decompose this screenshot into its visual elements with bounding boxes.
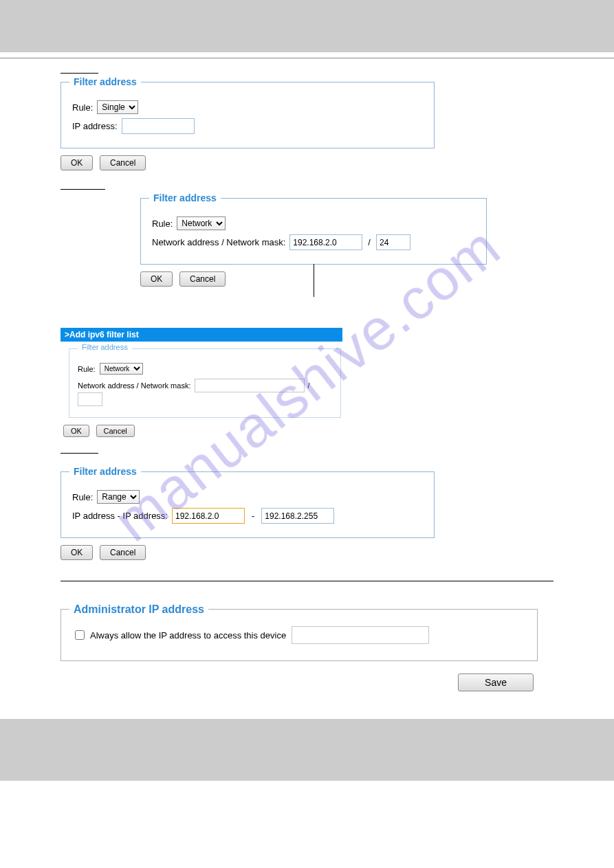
save-button[interactable]: Save: [458, 674, 534, 691]
network-mask-input[interactable]: [376, 234, 410, 250]
cancel-button[interactable]: Cancel: [96, 425, 135, 437]
always-allow-label: Always allow the IP address to access th…: [90, 630, 286, 641]
filter-address-panel-range: Filter address Rule: Range IP address - …: [61, 471, 435, 538]
always-allow-checkbox[interactable]: [75, 630, 85, 640]
top-band: [0, 0, 614, 52]
panel-title: Filter address: [78, 343, 132, 351]
rule-label: Rule:: [78, 365, 96, 373]
network-address-label: Network address / Network mask:: [78, 381, 190, 390]
panel-title: Filter address: [149, 192, 221, 203]
rule-select[interactable]: Single: [97, 100, 138, 114]
ip-to-input[interactable]: [261, 508, 334, 524]
cancel-button[interactable]: Cancel: [100, 155, 146, 170]
mask-separator: /: [368, 237, 371, 247]
section-divider: [61, 581, 553, 581]
network-mask-input[interactable]: [78, 392, 102, 406]
admin-ip-input[interactable]: [292, 626, 429, 644]
rule-select[interactable]: Network: [100, 363, 143, 375]
cancel-button[interactable]: Cancel: [100, 545, 146, 560]
ip-address-input[interactable]: [122, 118, 195, 134]
rule-select[interactable]: Network: [177, 216, 226, 230]
rule-select[interactable]: Range: [97, 490, 140, 504]
ip-from-input[interactable]: [172, 508, 245, 524]
cancel-button[interactable]: Cancel: [179, 271, 226, 287]
range-label: IP address - IP address:: [72, 511, 168, 521]
divider: [0, 58, 614, 58]
administrator-ip-panel: Administrator IP address Always allow th…: [61, 609, 538, 661]
network-address-input[interactable]: [289, 234, 362, 250]
filter-address-panel-network: Filter address Rule: Network Network add…: [140, 198, 487, 265]
filter-address-panel-single: Filter address Rule: Single IP address:: [61, 82, 435, 148]
panel-title: Filter address: [69, 466, 141, 477]
section-marker: [61, 72, 98, 74]
ok-button[interactable]: OK: [61, 155, 93, 170]
ok-button[interactable]: OK: [140, 271, 173, 287]
section-marker: [61, 188, 105, 190]
ipv6-filter-list-header: >Add ipv6 filter list: [61, 328, 342, 342]
network-address-label: Network address / Network mask:: [152, 237, 285, 247]
range-dash: -: [252, 511, 254, 521]
rule-label: Rule:: [72, 492, 93, 502]
section-marker: [61, 452, 98, 454]
ok-button[interactable]: OK: [63, 425, 89, 437]
rule-label: Rule:: [152, 219, 173, 229]
panel-title: Administrator IP address: [69, 603, 208, 616]
mask-separator: /: [307, 381, 309, 390]
ok-button[interactable]: OK: [61, 545, 93, 560]
ip-address-label: IP address:: [72, 121, 118, 131]
network-address-input[interactable]: [195, 379, 305, 392]
rule-label: Rule:: [72, 102, 93, 113]
bottom-band: [0, 719, 614, 781]
filter-address-panel-ipv6: Filter address Rule: Network Network add…: [69, 348, 341, 418]
panel-title: Filter address: [69, 76, 141, 87]
